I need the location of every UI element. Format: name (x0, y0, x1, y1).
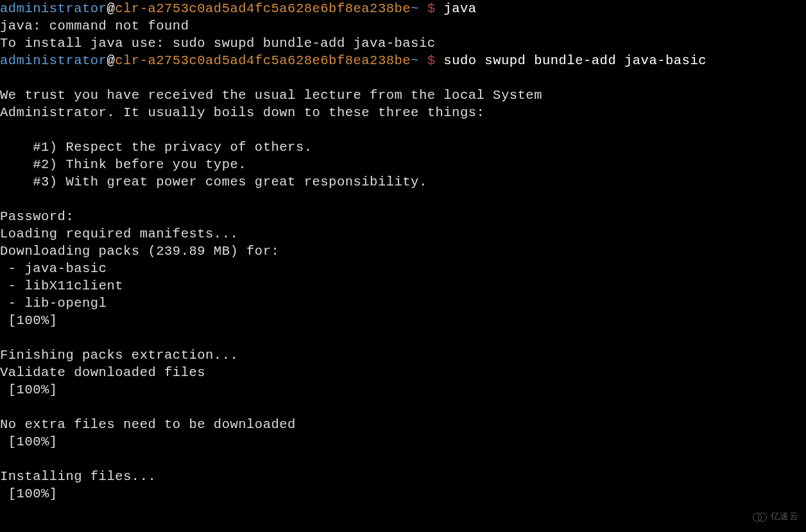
prompt-tilde: ~ (411, 1, 419, 16)
prompt-host: clr-a2753c0ad5ad4fc5a628e6bf8ea238be (115, 53, 411, 68)
prompt-at: @ (107, 1, 115, 16)
output-line: #3) With great power comes great respons… (0, 175, 427, 189)
watermark-text: 亿速云 (771, 508, 799, 526)
output-line: Downloading packs (239.89 MB) for: (0, 244, 279, 259)
output-line: - java-basic (0, 261, 107, 276)
output-line: Administrator. It usually boils down to … (0, 105, 484, 120)
output-line: To install java use: sudo swupd bundle-a… (0, 36, 436, 51)
output-line: Finishing packs extraction... (0, 348, 238, 363)
output-line: Password: (0, 209, 74, 224)
prompt-user: administrator (0, 1, 107, 16)
terminal-output[interactable]: administrator@clr-a2753c0ad5ad4fc5a628e6… (0, 0, 806, 502)
prompt-user: administrator (0, 53, 107, 68)
prompt-dollar: $ (419, 53, 443, 68)
prompt-command: sudo swupd bundle-add java-basic (443, 53, 707, 68)
watermark-icon (753, 513, 768, 522)
output-line: [100%] (0, 382, 58, 397)
output-line: Loading required manifests... (0, 227, 238, 241)
output-line: [100%] (0, 313, 58, 328)
prompt-command: java (443, 1, 476, 16)
output-line: [100%] (0, 434, 58, 449)
output-line: - lib-opengl (0, 296, 107, 311)
output-line: #2) Think before you type. (0, 157, 246, 172)
watermark: 亿速云 (753, 508, 799, 526)
prompt-dollar: $ (419, 1, 443, 16)
prompt-at: @ (107, 53, 115, 68)
output-line: java: command not found (0, 19, 189, 33)
output-line: We trust you have received the usual lec… (0, 88, 542, 103)
output-line: #1) Respect the privacy of others. (0, 140, 313, 155)
output-line: No extra files need to be downloaded (0, 417, 296, 432)
prompt-tilde: ~ (411, 53, 419, 68)
output-line: Installing files... (0, 469, 156, 484)
output-line: - libX11client (0, 279, 123, 293)
prompt-host: clr-a2753c0ad5ad4fc5a628e6bf8ea238be (115, 1, 411, 16)
output-line: Validate downloaded files (0, 365, 205, 380)
output-line: [100%] (0, 486, 58, 501)
